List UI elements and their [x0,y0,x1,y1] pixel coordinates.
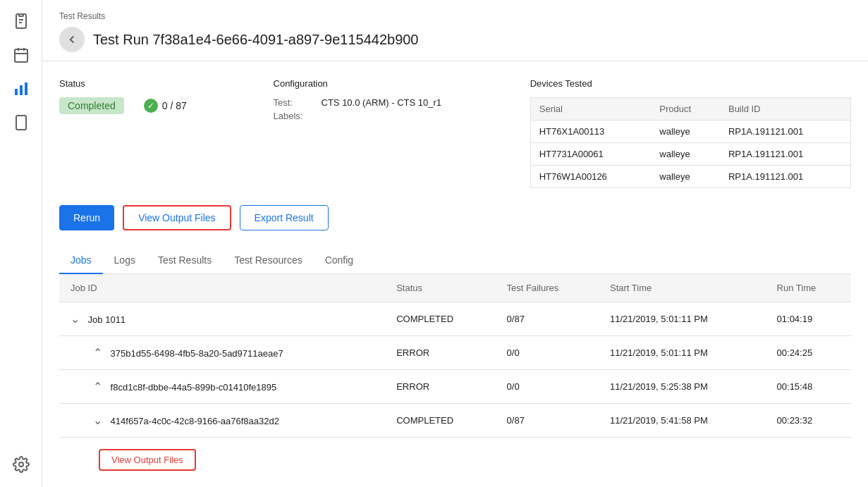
config-block: Configuration Test: CTS 10.0 (ARM) - CTS… [274,78,530,188]
job-id-cell: ⌄ Job 1011 [59,302,385,336]
inline-actions: View Output Files [59,438,851,476]
actions-row: Rerun View Output Files Export Result [59,205,851,230]
export-button[interactable]: Export Result [240,205,329,230]
job-status-cell: ERROR [385,336,495,370]
status-row: Completed ✓ 0 / 87 [59,97,274,114]
breadcrumb: Test Results [59,11,851,21]
job-row: ⌄ Job 1011 COMPLETED 0/87 11/21/2019, 5:… [59,302,851,336]
config-label: Configuration [274,78,530,89]
device-serial: HT76W1A00126 [530,166,651,188]
job-status-cell: ERROR [385,370,495,404]
devices-table: Serial Product Build ID HT76X1A00113 wal… [530,97,851,188]
labels-key: Labels: [274,111,316,121]
job-runtime-cell: 00:23:32 [766,404,851,438]
col-starttime: Start Time [599,274,766,302]
device-row: HT76W1A00126 walleye RP1A.191121.001 [530,166,850,188]
inline-view-output-button[interactable]: View Output Files [99,449,196,471]
tab-logs[interactable]: Logs [103,247,147,274]
svg-rect-9 [25,82,27,95]
phone-icon[interactable] [7,109,35,137]
device-serial: HT7731A00061 [530,143,651,166]
device-product: walleye [651,121,720,143]
jobs-table: Job ID Status Test Failures Start Time R… [59,274,851,438]
expand-icon[interactable]: ⌃ [93,347,102,359]
job-failures-cell: 0/0 [496,370,599,404]
content-area: Status Completed ✓ 0 / 87 Configuration … [42,61,868,487]
info-section: Status Completed ✓ 0 / 87 Configuration … [59,78,851,188]
job-failures-cell: 0/0 [496,336,599,370]
svg-rect-3 [15,49,27,62]
svg-rect-0 [19,14,23,16]
sub-row: ⌃ f8cd1c8f-dbbe-44a5-899b-c01410fe1895 E… [59,370,851,404]
col-jobid: Job ID [59,274,385,302]
job-start-cell: 11/21/2019, 5:01:11 PM [599,302,766,336]
svg-rect-7 [15,89,18,95]
devices-label: Devices Tested [530,78,851,89]
page-title: Test Run 7f38a1e4-6e66-4091-a897-9e11544… [93,32,419,48]
job-runtime-cell: 01:04:19 [766,302,851,336]
bar-chart-icon[interactable] [7,75,35,103]
col-status: Status [385,274,495,302]
device-product: walleye [651,143,720,166]
test-key: Test: [274,97,316,108]
status-badge: Completed [59,97,124,114]
tab-test-results[interactable]: Test Results [147,247,223,274]
settings-icon[interactable] [7,450,35,479]
tabs-bar: JobsLogsTest ResultsTest ResourcesConfig [59,247,851,274]
col-failures: Test Failures [496,274,599,302]
view-output-button[interactable]: View Output Files [123,205,231,230]
tab-jobs[interactable]: Jobs [59,247,103,274]
main-panel: Test Results Test Run 7f38a1e4-6e66-4091… [42,0,868,487]
collapse-icon[interactable]: ⌄ [93,414,102,426]
device-build: RP1A.191121.001 [720,121,851,143]
job-start-cell: 11/21/2019, 5:25:38 PM [599,370,766,404]
status-label: Status [59,78,274,89]
collapse-icon[interactable]: ⌄ [71,313,80,325]
job-id-cell: ⌃ 375b1d55-6498-4fb5-8a20-5ad9711aeae7 [59,336,385,370]
col-product: Product [651,98,720,121]
job-status-cell: COMPLETED [385,404,495,438]
device-build: RP1A.191121.001 [720,143,851,166]
device-build: RP1A.191121.001 [720,166,851,188]
rerun-button[interactable]: Rerun [59,205,114,230]
job-id-cell: ⌃ f8cd1c8f-dbbe-44a5-899b-c01410fe1895 [59,370,385,404]
device-product: walleye [651,166,720,188]
tab-config[interactable]: Config [314,247,365,274]
col-buildid: Build ID [720,98,851,121]
job-id-cell: ⌄ 414f657a-4c0c-42c8-9166-aa76f8aa32d2 [59,404,385,438]
tab-test-resources[interactable]: Test Resources [223,247,313,274]
device-serial: HT76X1A00113 [530,121,651,143]
job-start-cell: 11/21/2019, 5:41:58 PM [599,404,766,438]
check-score: ✓ 0 / 87 [144,99,187,113]
svg-rect-10 [16,116,26,130]
clipboard-icon[interactable] [7,7,35,35]
device-row: HT7731A00061 walleye RP1A.191121.001 [530,143,850,166]
calendar-icon[interactable] [7,41,35,69]
svg-rect-8 [20,85,23,95]
score-value: 0 / 87 [162,100,187,111]
sub-row: ⌃ 375b1d55-6498-4fb5-8a20-5ad9711aeae7 E… [59,336,851,370]
expand-icon[interactable]: ⌃ [93,381,102,393]
job-failures-cell: 0/87 [496,302,599,336]
check-icon: ✓ [144,99,158,113]
device-row: HT76X1A00113 walleye RP1A.191121.001 [530,121,850,143]
header: Test Results Test Run 7f38a1e4-6e66-4091… [42,0,868,61]
status-block: Status Completed ✓ 0 / 87 [59,78,274,188]
devices-block: Devices Tested Serial Product Build ID H… [530,78,851,188]
job-status-cell: COMPLETED [385,302,495,336]
svg-point-12 [19,462,23,467]
job-start-cell: 11/21/2019, 5:01:11 PM [599,336,766,370]
job-failures-cell: 0/87 [496,404,599,438]
job-runtime-cell: 00:24:25 [766,336,851,370]
job-runtime-cell: 00:15:48 [766,370,851,404]
col-serial: Serial [530,98,651,121]
col-runtime: Run Time [766,274,851,302]
back-button[interactable] [59,27,85,52]
test-val: CTS 10.0 (ARM) - CTS 10_r1 [322,97,442,108]
sidebar [0,0,42,487]
sub-row: ⌄ 414f657a-4c0c-42c8-9166-aa76f8aa32d2 C… [59,404,851,438]
